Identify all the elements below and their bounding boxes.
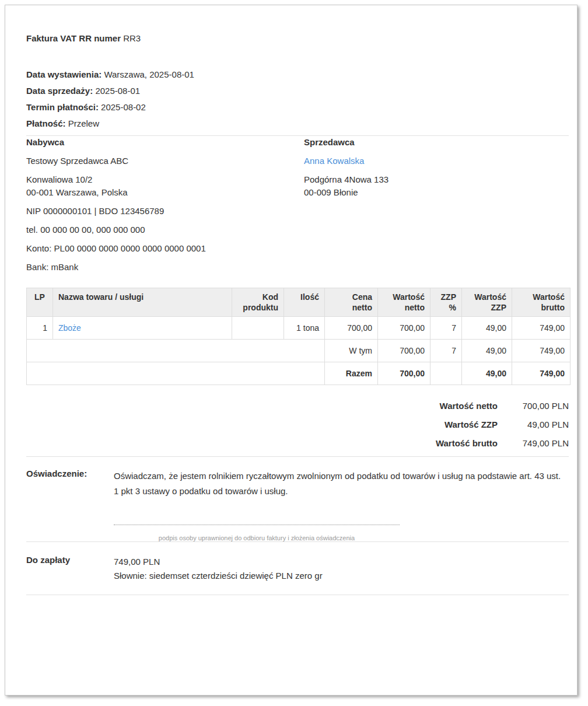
item-lp: 1 (27, 317, 53, 340)
invoice-meta: Data wystawienia: Warszawa, 2025-08-01 D… (26, 70, 569, 128)
totals-gross-value: 749,00 PLN (498, 438, 569, 449)
total-row: Razem 700,00 49,00 749,00 (27, 362, 570, 385)
col-header-lp: LP (27, 288, 53, 317)
invoice-page: Faktura VAT RR numer RR3 Data wystawieni… (5, 5, 578, 695)
divider-bottom (26, 595, 569, 595)
payment-due-body: 749,00 PLN Słownie: siedemset czterdzieś… (114, 555, 569, 583)
col-header-quantity: Ilość (284, 288, 325, 317)
item-quantity: 1 tona (284, 317, 325, 340)
buyer-address-line1: Konwaliowa 10/2 (26, 174, 92, 184)
declaration-text: Oświadczam, że jestem rolnikiem ryczałto… (114, 469, 564, 499)
item-name-link[interactable]: Zboże (58, 323, 81, 333)
item-name-cell: Zboże (53, 317, 232, 340)
payment-method-label: Płatność: (26, 118, 66, 128)
total-zzp: 49,00 (462, 362, 512, 385)
parties-section: Nabywca Testowy Sprzedawca ABC Konwaliow… (26, 136, 569, 279)
item-row: 1 Zboże 1 tona 700,00 700,00 7 49,00 749… (27, 317, 570, 340)
col-header-name: Nazwa towaru / usługi (53, 288, 232, 317)
divider-declaration (26, 456, 569, 457)
item-product-code (232, 317, 284, 340)
seller-address-line1: Podgórna 4Nowa 133 (304, 174, 388, 184)
divider-payment (26, 541, 569, 542)
totals-summary: Wartość netto 700,00 PLN Wartość ZZP 49,… (26, 400, 569, 449)
sale-date-label: Data sprzedaży: (26, 86, 93, 96)
item-gross-value: 749,00 (512, 317, 570, 340)
col-header-product-code: Kod produktu (232, 288, 284, 317)
totals-zzp-value: 49,00 PLN (498, 419, 569, 431)
buyer-address-line2: 00-001 Warszawa, Polska (26, 187, 128, 197)
buyer-phone: tel. 00 000 00 00, 000 000 000 (26, 223, 304, 236)
payment-method-line: Płatność: Przelew (26, 119, 569, 128)
sale-date-value: 2025-08-01 (95, 86, 140, 96)
seller-name-link[interactable]: Anna Kowalska (304, 156, 364, 166)
totals-net-value: 700,00 PLN (498, 400, 569, 412)
invoice-title-label: Faktura VAT RR numer (26, 33, 121, 43)
buyer-address: Konwaliowa 10/2 00-001 Warszawa, Polska (26, 173, 304, 199)
payment-due-section: Do zapłaty 749,00 PLN Słownie: siedemset… (26, 555, 569, 583)
due-date-value: 2025-08-02 (101, 102, 146, 112)
payment-method-value: Przelew (68, 118, 99, 128)
issue-date-value: Warszawa, 2025-08-01 (104, 69, 194, 79)
totals-gross-row: Wartość brutto 749,00 PLN (26, 438, 569, 449)
total-net: 700,00 (378, 362, 430, 385)
buyer-bank: Bank: mBank (26, 261, 304, 274)
col-header-zzp-value: Wartość ZZP (462, 288, 512, 317)
totals-net-row: Wartość netto 700,00 PLN (26, 400, 569, 412)
col-header-zzp-rate: ZZP % (430, 288, 462, 317)
subtotal-label: W tym (325, 340, 378, 362)
subtotal-zzp: 49,00 (462, 340, 512, 362)
col-header-net-value: Wartość netto (378, 288, 430, 317)
total-spacer (27, 362, 325, 385)
issue-date-label: Data wystawienia: (26, 69, 102, 79)
seller-section: Sprzedawca Anna Kowalska Podgórna 4Nowa … (304, 136, 569, 279)
payment-due-amount: 749,00 PLN (114, 555, 569, 569)
items-table-header-row: LP Nazwa towaru / usługi Kod produktu Il… (27, 288, 570, 317)
invoice-number: RR3 (123, 33, 141, 43)
subtotal-spacer (27, 340, 325, 362)
seller-name-line: Anna Kowalska (304, 155, 569, 167)
total-gross: 749,00 (512, 362, 570, 385)
buyer-account: Konto: PL00 0000 0000 0000 0000 0000 000… (26, 242, 304, 255)
item-net-price: 700,00 (325, 317, 378, 340)
seller-heading: Sprzedawca (304, 136, 569, 149)
declaration-body: Oświadczam, że jestem rolnikiem ryczałto… (114, 469, 569, 541)
subtotal-net: 700,00 (378, 340, 430, 362)
subtotal-row: W tym 700,00 7 49,00 749,00 (27, 340, 570, 362)
items-table: LP Nazwa towaru / usługi Kod produktu Il… (26, 288, 570, 385)
total-zzp-rate (430, 362, 462, 385)
item-net-value: 700,00 (378, 317, 430, 340)
seller-address: Podgórna 4Nowa 133 00-009 Błonie (304, 173, 569, 199)
due-date-line: Termin płatności: 2025-08-02 (26, 103, 569, 111)
issue-date-line: Data wystawienia: Warszawa, 2025-08-01 (26, 70, 569, 79)
signature-dotted-line (114, 525, 400, 525)
buyer-tax-ids: NIP 0000000101 | BDO 123456789 (26, 205, 304, 218)
buyer-name: Testowy Sprzedawca ABC (26, 155, 304, 167)
buyer-heading: Nabywca (26, 136, 304, 149)
totals-gross-label: Wartość brutto (436, 438, 498, 449)
declaration-label: Oświadczenie: (26, 469, 114, 541)
item-zzp-rate: 7 (430, 317, 462, 340)
payment-due-in-words: Słownie: siedemset czterdzieści dziewięć… (114, 569, 569, 583)
declaration-section: Oświadczenie: Oświadczam, że jestem roln… (26, 469, 569, 541)
buyer-section: Nabywca Testowy Sprzedawca ABC Konwaliow… (26, 136, 304, 279)
totals-net-label: Wartość netto (440, 400, 498, 412)
payment-due-label: Do zapłaty (26, 555, 114, 583)
subtotal-zzp-rate: 7 (430, 340, 462, 362)
sale-date-line: Data sprzedaży: 2025-08-01 (26, 86, 569, 95)
signature-caption: podpis osoby uprawnionej do odbioru fakt… (114, 534, 400, 541)
seller-address-line2: 00-009 Błonie (304, 187, 358, 197)
due-date-label: Termin płatności: (26, 102, 99, 112)
totals-zzp-label: Wartość ZZP (444, 419, 498, 431)
subtotal-gross: 749,00 (512, 340, 570, 362)
total-label: Razem (325, 362, 378, 385)
col-header-gross-value: Wartość brutto (512, 288, 570, 317)
totals-zzp-row: Wartość ZZP 49,00 PLN (26, 419, 569, 431)
col-header-net-price: Cena netto (325, 288, 378, 317)
invoice-title: Faktura VAT RR numer RR3 (26, 33, 569, 43)
item-zzp-value: 49,00 (462, 317, 512, 340)
